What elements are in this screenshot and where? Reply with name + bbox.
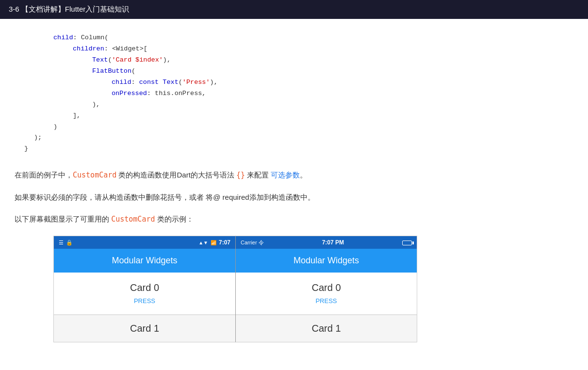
ios-battery-icon bbox=[402, 240, 412, 245]
highlight-braces: {} bbox=[236, 171, 245, 179]
optional-params-link[interactable]: 可选参数 bbox=[271, 171, 300, 179]
body-text-1: 在前面的例子中，CustomCard 类的构造函数使用Dart的大括号语法 {}… bbox=[15, 168, 573, 182]
android-status-left: ☰ 🔒 bbox=[59, 240, 73, 246]
android-time: 7:07 bbox=[219, 239, 230, 246]
body-text-3: 以下屏幕截图显示了可重用的 CustomCard 类的示例： bbox=[15, 212, 573, 226]
body-text-3-after: 类的示例： bbox=[155, 215, 193, 223]
android-simulator: ☰ 🔒 ▲▼ 📶 7:07 Modular Widgets Card 0 Pre… bbox=[53, 236, 235, 342]
android-card-0: Card 0 Press bbox=[54, 273, 235, 315]
code-line-7: ), bbox=[15, 99, 573, 111]
android-status-right: ▲▼ 📶 7:07 bbox=[198, 239, 230, 246]
ios-battery-area bbox=[402, 240, 412, 245]
android-card-1-partial: Card 1 bbox=[54, 315, 235, 342]
main-content: child: Column( children: <Widget>[ Text(… bbox=[0, 19, 588, 352]
android-status-bar: ☰ 🔒 ▲▼ 📶 7:07 bbox=[54, 236, 235, 249]
ios-card-0-button[interactable]: Press bbox=[244, 297, 409, 305]
android-card-0-button[interactable]: Press bbox=[62, 297, 228, 305]
code-block: child: Column( children: <Widget>[ Text(… bbox=[15, 29, 573, 159]
code-line-5: child: const Text('Press'), bbox=[15, 77, 573, 88]
ios-app-bar: Modular Widgets bbox=[236, 249, 417, 273]
android-app-bar: Modular Widgets bbox=[54, 249, 235, 273]
code-line-2: children: <Widget>[ bbox=[15, 44, 573, 55]
body-text-1-middle2: 来配置 bbox=[245, 171, 271, 179]
code-line-10: ); bbox=[15, 132, 573, 144]
ios-status-bar: Carrier 令 7:07 PM bbox=[236, 236, 417, 249]
ios-card-0: Card 0 Press bbox=[236, 273, 417, 315]
title-bar: 3-6 【文档讲解】Flutter入门基础知识 bbox=[0, 0, 588, 19]
android-card-1-title: Card 1 bbox=[130, 323, 159, 334]
ios-card-0-title: Card 0 bbox=[244, 282, 409, 293]
body-text-3-before: 以下屏幕截图显示了可重用的 bbox=[15, 215, 111, 223]
android-signal-icon: ▲▼ bbox=[198, 240, 208, 245]
highlight-customcard-1: CustomCard bbox=[73, 171, 116, 179]
highlight-customcard-2: CustomCard bbox=[111, 215, 155, 224]
code-line-8: ], bbox=[15, 111, 573, 122]
android-lock-icon: 🔒 bbox=[66, 240, 73, 246]
ios-card-1-partial: Card 1 bbox=[236, 315, 417, 342]
ios-simulator: Carrier 令 7:07 PM Modular Widgets Card 0… bbox=[235, 236, 417, 342]
ios-app-title: Modular Widgets bbox=[294, 256, 359, 265]
android-card-0-title: Card 0 bbox=[62, 282, 228, 293]
body-text-1-before: 在前面的例子中， bbox=[15, 171, 73, 179]
android-wifi-icon: 📶 bbox=[211, 240, 216, 245]
code-line-4: FlatButton( bbox=[15, 66, 573, 77]
ios-carrier: Carrier 令 bbox=[241, 239, 264, 246]
body-text-1-after: 。 bbox=[300, 171, 307, 179]
ios-time: 7:07 PM bbox=[322, 239, 344, 246]
body-text-2: 如果要标识必须的字段，请从构造函数中删除花括号，或者 将@ required添加… bbox=[15, 191, 573, 204]
code-line-3: Text('Card $index'), bbox=[15, 55, 573, 66]
code-line-1: child: Column( bbox=[15, 32, 573, 44]
ios-card-1-title: Card 1 bbox=[311, 323, 341, 334]
body-text-2-text: 如果要标识必须的字段，请从构造函数中删除花括号，或者 将@ required添加… bbox=[15, 193, 315, 201]
code-line-11: } bbox=[15, 144, 573, 155]
android-menu-icon: ☰ bbox=[59, 240, 64, 246]
code-line-6: onPressed: this.onPress, bbox=[15, 88, 573, 99]
code-line-9: ) bbox=[15, 122, 573, 133]
body-text-1-middle1: 类的构造函数使用Dart的大括号语法 bbox=[116, 171, 236, 179]
screenshots-container: ☰ 🔒 ▲▼ 📶 7:07 Modular Widgets Card 0 Pre… bbox=[53, 236, 573, 342]
android-app-title: Modular Widgets bbox=[112, 256, 177, 265]
title-text: 3-6 【文档讲解】Flutter入门基础知识 bbox=[9, 5, 129, 14]
